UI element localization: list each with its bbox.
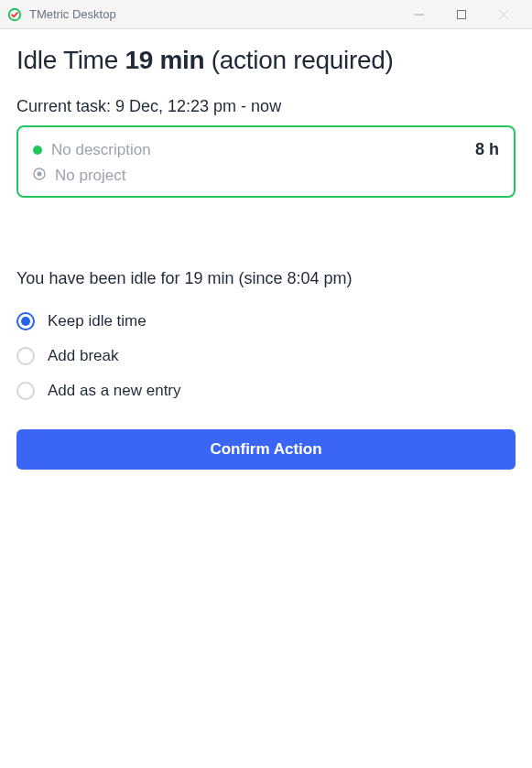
radio-icon	[16, 347, 35, 365]
window-controls	[398, 0, 525, 29]
title-bar: TMetric Desktop	[0, 0, 532, 29]
task-description-group: No description	[33, 141, 151, 159]
heading-prefix: Idle Time	[16, 46, 125, 74]
option-label: Add as a new entry	[48, 382, 181, 400]
running-dot-icon	[33, 146, 42, 155]
current-task-label: Current task: 9 Dec, 12:23 pm - now	[16, 97, 516, 116]
radio-icon	[16, 382, 35, 400]
project-icon	[33, 168, 46, 184]
option-keep-idle[interactable]: Keep idle time	[16, 312, 516, 330]
app-title: TMetric Desktop	[29, 7, 398, 21]
option-label: Keep idle time	[48, 312, 147, 330]
task-description: No description	[51, 141, 151, 159]
content-area: Idle Time 19 min (action required) Curre…	[0, 29, 532, 470]
option-label: Add break	[48, 347, 119, 365]
page-title: Idle Time 19 min (action required)	[16, 46, 516, 75]
task-card[interactable]: No description 8 h No project	[16, 125, 516, 198]
heading-suffix: (action required)	[204, 46, 393, 74]
svg-point-6	[38, 172, 42, 177]
app-logo-icon	[7, 7, 22, 22]
task-row-description: No description 8 h	[33, 140, 499, 159]
option-new-entry[interactable]: Add as a new entry	[16, 382, 516, 400]
close-button[interactable]	[483, 0, 525, 29]
svg-rect-2	[458, 10, 466, 18]
radio-icon	[16, 312, 35, 330]
confirm-button[interactable]: Confirm Action	[16, 429, 516, 470]
task-project: No project	[55, 167, 125, 185]
task-row-project: No project	[33, 167, 499, 185]
idle-options-group: Keep idle time Add break Add as a new en…	[16, 312, 516, 400]
task-duration: 8 h	[475, 140, 499, 159]
minimize-button[interactable]	[398, 0, 440, 29]
maximize-button[interactable]	[440, 0, 483, 29]
option-add-break[interactable]: Add break	[16, 347, 516, 365]
idle-message: You have been idle for 19 min (since 8:0…	[16, 269, 516, 288]
radio-dot-icon	[21, 317, 30, 326]
heading-duration: 19 min	[125, 46, 204, 74]
